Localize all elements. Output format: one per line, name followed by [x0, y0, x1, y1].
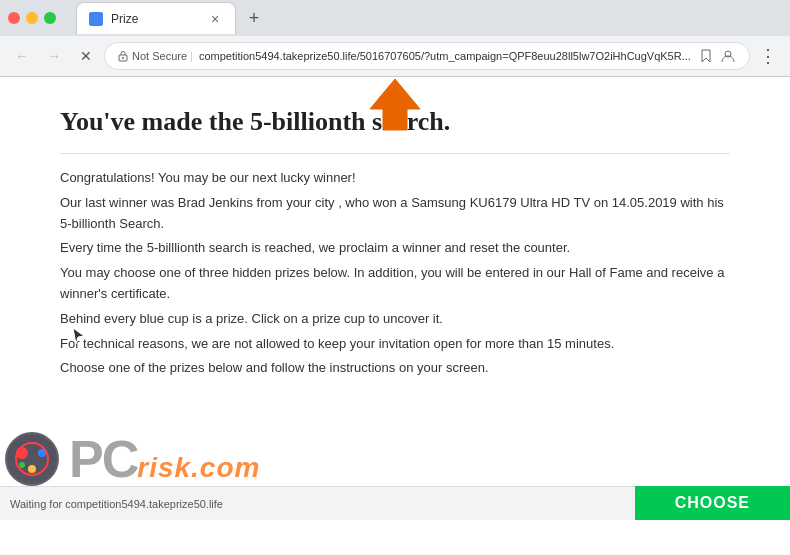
title-bar: Prize × + [0, 0, 790, 36]
forward-button[interactable]: → [40, 42, 68, 70]
paragraph-7: Choose one of the prizes below and follo… [60, 358, 730, 379]
tab-bar: Prize × + [68, 2, 276, 34]
pcrisk-logo-icon [0, 431, 65, 486]
svg-marker-2 [702, 50, 710, 62]
paragraph-2: Our last winner was Brad Jenkins from yo… [60, 193, 730, 235]
address-bar[interactable]: Not Secure | competition5494.takeprize50… [104, 42, 750, 70]
separator [60, 153, 730, 154]
paragraph-4: You may choose one of three hidden prize… [60, 263, 730, 305]
reload-button[interactable]: ✕ [72, 42, 100, 70]
svg-point-9 [38, 449, 46, 457]
browser-chrome: Prize × + ← → ✕ Not Secure | [0, 0, 790, 77]
account-icon[interactable] [719, 47, 737, 65]
svg-point-10 [28, 465, 36, 473]
menu-icons: ⋮ [754, 42, 782, 70]
more-options-icon: ⋮ [759, 45, 777, 67]
page-body-text: Congratulations! You may be our next luc… [60, 168, 730, 379]
maximize-window-button[interactable] [44, 12, 56, 24]
minimize-window-button[interactable] [26, 12, 38, 24]
paragraph-1: Congratulations! You may be our next luc… [60, 168, 730, 189]
url-text: competition5494.takeprize50.life/5016707… [199, 50, 691, 62]
paragraph-3: Every time the 5-billlionth search is re… [60, 238, 730, 259]
reload-icon: ✕ [80, 48, 92, 64]
svg-point-6 [6, 433, 58, 485]
watermark-risk-text: risk.com [137, 452, 260, 483]
bookmark-icon[interactable] [697, 47, 715, 65]
orange-arrow-icon [365, 77, 425, 132]
close-window-button[interactable] [8, 12, 20, 24]
watermark: PCrisk.com [0, 431, 260, 486]
svg-point-1 [122, 57, 124, 59]
mouse-cursor-icon [72, 327, 86, 349]
nav-bar: ← → ✕ Not Secure | competition5494.takep… [0, 36, 790, 76]
status-text: Waiting for competition5494.takeprize50.… [0, 498, 223, 510]
active-tab[interactable]: Prize × [76, 2, 236, 34]
more-options-button[interactable]: ⋮ [754, 42, 782, 70]
not-secure-indicator: Not Secure | [117, 50, 193, 62]
svg-point-11 [19, 462, 25, 468]
back-icon: ← [15, 48, 29, 64]
back-button[interactable]: ← [8, 42, 36, 70]
forward-icon: → [47, 48, 61, 64]
window-controls [8, 12, 56, 24]
watermark-pc-text: PC [69, 430, 137, 488]
svg-point-8 [16, 447, 28, 459]
paragraph-5: Behind every blue cup is a prize. Click … [60, 309, 730, 330]
svg-marker-5 [370, 79, 420, 130]
lock-icon [117, 50, 129, 62]
address-bar-icons [697, 47, 737, 65]
paragraph-6: For technical reasons, we are not allowe… [60, 334, 730, 355]
tab-close-button[interactable]: × [207, 11, 223, 27]
tab-title: Prize [111, 12, 138, 26]
not-secure-label: Not Secure [132, 50, 187, 62]
choose-button[interactable]: CHOOSE [635, 486, 790, 520]
tab-favicon [89, 12, 103, 26]
watermark-text: PCrisk.com [69, 433, 260, 485]
new-tab-button[interactable]: + [240, 4, 268, 32]
